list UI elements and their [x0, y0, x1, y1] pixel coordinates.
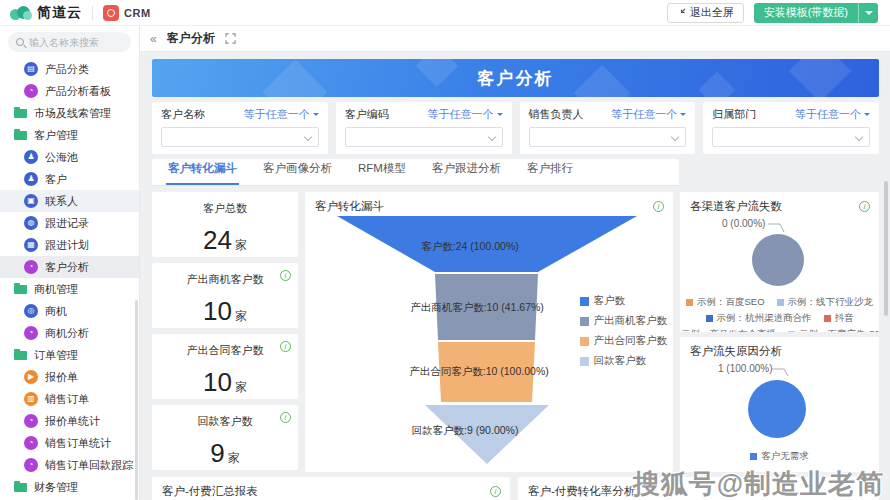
legend-item[interactable]: 示例：线下行业沙龙 — [777, 296, 874, 309]
tab-customer-ranking[interactable]: 客户排行 — [525, 155, 575, 185]
sidebar-item-payment-tracking[interactable]: 销售订单回款跟踪 — [0, 454, 139, 476]
legend-item[interactable]: 回款客户数 — [580, 354, 668, 368]
operator-selector[interactable]: 等于任意一个 — [244, 107, 310, 122]
folder-icon — [14, 351, 27, 360]
filter-department: 归属部门 等于任意一个 — [703, 102, 879, 154]
sidebar-item-sales-order[interactable]: 销售订单 — [0, 388, 139, 410]
collapse-sidebar-icon[interactable]: « — [146, 32, 161, 46]
legend-item[interactable]: 抖音 — [824, 312, 854, 325]
svg-text:回款客户数:9 (90.00%): 回款客户数:9 (90.00%) — [412, 424, 519, 436]
sidebar-item-quotation-stats[interactable]: 报价单统计 — [0, 410, 139, 432]
caret-down-icon — [680, 113, 686, 119]
search-input[interactable] — [29, 37, 123, 48]
filter-row: 客户名称 等于任意一个 客户编码 等于任意一个 销售负责人 等于任意一个 归属部… — [152, 102, 879, 154]
sidebar-item-product-category[interactable]: 产品分类 — [0, 58, 139, 80]
filter-value-select[interactable] — [345, 127, 503, 147]
legend-item[interactable]: 产出商机客户数 — [580, 314, 668, 328]
operator-selector[interactable]: 等于任意一个 — [795, 107, 861, 122]
legend-item[interactable]: 示例：杭州渠道商合作 — [706, 312, 812, 325]
info-icon[interactable] — [280, 412, 291, 423]
sidebar-item-product-analysis-board[interactable]: 产品分析看板 — [0, 80, 139, 102]
tab-followup-analysis[interactable]: 客户跟进分析 — [430, 155, 503, 185]
legend-item[interactable]: 示例：百度广告-SEM — [788, 328, 879, 332]
svg-text:客户数:24 (100.00%): 客户数:24 (100.00%) — [421, 240, 518, 252]
churn-reason-card: 客户流失原因分析 1 (100.00%) 客户无需求 — [680, 337, 879, 472]
tab-rfm-model[interactable]: RFM模型 — [356, 155, 408, 185]
dashboard-banner: 客户分析 — [152, 59, 879, 97]
folder-icon — [14, 483, 27, 492]
right-column: 各渠道客户流失数 0 (0.00%) 示例：百度SEO 示例：线下行业沙龙 — [680, 192, 879, 472]
svg-text:0 (0.00%): 0 (0.00%) — [722, 218, 765, 229]
legend-item[interactable]: 示例：产品发布会直播 — [680, 328, 776, 332]
svg-text:1 (100.00%): 1 (100.00%) — [718, 363, 772, 374]
stat-column: 客户总数 24家 产出商机客户数 10家 产出合同客户数 10家 回款客户数 9… — [152, 192, 298, 472]
folder-icon — [14, 109, 27, 118]
folder-icon — [14, 131, 27, 140]
filter-value-select[interactable] — [529, 127, 687, 147]
fullscreen-expand-icon[interactable] — [225, 33, 236, 44]
sidebar-item-customer[interactable]: 客户 — [0, 168, 139, 190]
info-icon[interactable] — [280, 270, 291, 281]
brand-logo: 简道云 — [10, 4, 82, 22]
sidebar-scrollbar[interactable] — [135, 300, 138, 500]
filter-sales-owner: 销售负责人 等于任意一个 — [520, 102, 696, 154]
churn-reason-legend: 客户无需求 — [680, 450, 879, 466]
sidebar-group-finance-mgmt[interactable]: 财务管理 — [0, 476, 139, 498]
info-icon[interactable] — [490, 486, 501, 497]
crm-app-icon — [103, 5, 119, 21]
legend-item[interactable]: 产出合同客户数 — [580, 334, 668, 348]
sidebar-group-order-mgmt[interactable]: 订单管理 — [0, 344, 139, 366]
sidebar-item-opportunity[interactable]: 商机 — [0, 300, 139, 322]
filter-customer-code: 客户编码 等于任意一个 — [336, 102, 512, 154]
sidebar-item-customer-analysis[interactable]: 客户分析 — [0, 256, 139, 278]
main-scrollbar[interactable] — [884, 181, 888, 316]
sidebar-group-market-leads[interactable]: 市场及线索管理 — [0, 102, 139, 124]
sidebar-item-contacts[interactable]: 联系人 — [0, 190, 139, 212]
contact-card-icon — [24, 194, 38, 208]
chart-icon — [24, 414, 38, 428]
sidebar-group-opportunity-mgmt[interactable]: 商机管理 — [0, 278, 139, 300]
sidebar-item-sales-order-stats[interactable]: 销售订单统计 — [0, 432, 139, 454]
sidebar-item-opportunity-analysis[interactable]: 商机分析 — [0, 322, 139, 344]
channel-churn-card: 各渠道客户流失数 0 (0.00%) 示例：百度SEO 示例：线下行业沙龙 — [680, 192, 879, 332]
payment-summary-card: 客户-付费汇总报表 客户创建时间 新增客户数 有效客户数 付费数 付费率 复购率… — [152, 477, 510, 500]
legend-item[interactable]: 客户数 — [580, 294, 668, 308]
exit-fullscreen-button[interactable]: 退出全屏 — [667, 3, 744, 23]
folder-icon — [14, 285, 27, 294]
legend-item[interactable]: 客户无需求 — [750, 450, 809, 463]
chart-icon — [24, 458, 38, 472]
sidebar-item-followup-records[interactable]: 跟进记录 — [0, 212, 139, 234]
legend-item[interactable]: 示例：百度SEO — [686, 296, 765, 309]
info-icon[interactable] — [859, 201, 870, 212]
install-template-button[interactable]: 安装模板(带数据) — [754, 3, 858, 23]
sidebar-item-quotation[interactable]: 报价单 — [0, 366, 139, 388]
operator-selector[interactable]: 等于任意一个 — [428, 107, 494, 122]
churn-reason-pie: 1 (100.00%) — [680, 359, 879, 449]
sidebar-group-customer-mgmt[interactable]: 客户管理 — [0, 124, 139, 146]
install-template-dropdown-button[interactable] — [858, 3, 878, 23]
chart-icon — [24, 84, 38, 98]
chart-icon — [24, 326, 38, 340]
calendar-icon — [24, 238, 38, 252]
person-icon — [24, 150, 38, 164]
send-icon — [24, 370, 38, 384]
tab-customer-profile[interactable]: 客户画像分析 — [261, 155, 334, 185]
exit-fullscreen-icon — [677, 8, 686, 17]
stat-card-contract-customers: 产出合同客户数 10家 — [152, 334, 298, 399]
target-icon — [24, 304, 38, 318]
info-icon[interactable] — [280, 341, 291, 352]
view-tab-bar: 客户转化漏斗 客户画像分析 RFM模型 客户跟进分析 客户排行 — [152, 159, 679, 186]
stat-card-opportunity-customers: 产出商机客户数 10家 — [152, 263, 298, 328]
channel-churn-pie: 0 (0.00%) — [680, 214, 879, 296]
sidebar-search[interactable] — [8, 32, 131, 52]
sidebar-item-followup-plan[interactable]: 跟进计划 — [0, 234, 139, 256]
sidebar-item-public-pool[interactable]: 公海池 — [0, 146, 139, 168]
tab-conversion-funnel[interactable]: 客户转化漏斗 — [166, 155, 239, 185]
caret-down-icon — [864, 113, 870, 119]
person-icon — [24, 172, 38, 186]
operator-selector[interactable]: 等于任意一个 — [611, 107, 677, 122]
filter-value-select[interactable] — [712, 127, 870, 147]
info-icon[interactable] — [653, 201, 664, 212]
doc-tab-customer-analysis[interactable]: 客户分析 — [167, 30, 215, 47]
filter-value-select[interactable] — [161, 127, 319, 147]
